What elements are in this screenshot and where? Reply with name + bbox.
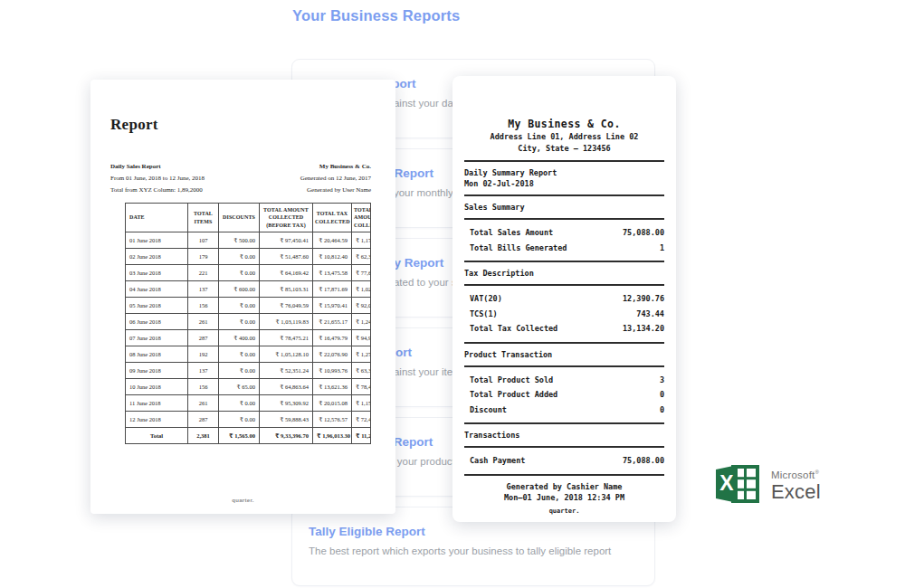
table-cell: ₹ 600.00: [219, 281, 260, 298]
receipt-row-value: 3: [660, 373, 664, 388]
table-cell: 156: [188, 298, 219, 314]
table-cell: ₹ 0.00: [219, 412, 260, 428]
table-cell: 06 June 2018: [126, 314, 188, 330]
receipt-row-value: 12,390.76: [623, 291, 664, 307]
table-cell: 08 June 2018: [126, 346, 188, 363]
receipt-divider: [464, 422, 664, 424]
receipt-row: Cash Payment75,088.00: [464, 453, 664, 469]
document-report-name: Daily Sales Report: [110, 161, 205, 173]
table-cell: 137: [188, 281, 219, 298]
table-row: 07 June 2018287₹ 400.00₹ 78,475.21₹ 16,4…: [126, 330, 371, 346]
receipt-divider: [464, 365, 664, 367]
table-cell: ₹ 65.00: [219, 379, 260, 395]
table-cell: ₹ 72,465.00: [352, 412, 371, 428]
receipt-divider: [464, 261, 664, 262]
table-row: 05 June 2018156₹ 0.00₹ 76,049.59₹ 15,970…: [126, 298, 371, 314]
table-cell: 137: [188, 363, 219, 379]
receipt-row: Total Tax Collected13,134.20: [464, 321, 664, 337]
receipt-section-header: Product Transaction: [464, 349, 664, 360]
report-card-title[interactable]: Tally Eligible Report: [309, 525, 638, 538]
receipt-row-label: Total Tax Collected: [470, 321, 557, 337]
document-generated-by: Generated by User Name: [300, 185, 371, 196]
receipt-sections: Sales SummaryTotal Sales Amount75,088.00…: [464, 194, 664, 469]
table-cell: ₹ 20,464.59: [313, 232, 352, 249]
table-cell: ₹ 0.00: [219, 346, 260, 363]
receipt-city-line: City, State – 123456: [464, 143, 664, 155]
table-row: 06 June 2018261₹ 0.00₹ 1,03,119.83₹ 21,6…: [126, 314, 371, 330]
table-cell: 07 June 2018: [126, 330, 188, 346]
table-header-cell: TOTAL AMOUNT COLLECTED: [352, 204, 371, 232]
table-header-cell: DATE: [126, 204, 188, 232]
document-meta-left: Daily Sales Report From 01 June, 2018 to…: [110, 161, 205, 196]
receipt-row: Total Sales Amount75,088.00: [464, 225, 664, 241]
receipt-row-label: TCS(1): [470, 307, 498, 322]
table-cell: ₹ 17,871.69: [313, 281, 352, 298]
table-row: 04 June 2018137₹ 600.00₹ 85,103.31₹ 17,8…: [126, 281, 371, 298]
document-date-range: From 01 June, 2018 to 12 June, 2018: [110, 173, 205, 185]
table-cell: ₹ 1,24,775.00: [352, 314, 371, 330]
table-cell: ₹ 1,565.00: [219, 428, 260, 444]
table-cell: 04 June 2018: [126, 281, 188, 298]
table-row: 09 June 2018137₹ 0.00₹ 52,351.24₹ 10,993…: [126, 363, 371, 379]
receipt-row-label: Total Bills Generated: [470, 241, 567, 256]
table-cell: 221: [188, 265, 219, 281]
receipt-divider: [464, 342, 664, 344]
receipt-address-line: Address Line 01, Address Line 02: [464, 131, 664, 143]
page: Your Business Reports Daily Sales Report…: [0, 0, 905, 588]
receipt-row: TCS(1)743.44: [464, 307, 664, 322]
receipt-row-value: 0: [660, 403, 664, 418]
table-cell: ₹ 9,33,396.70: [260, 428, 313, 444]
table-cell: 192: [188, 346, 219, 363]
table-cell: ₹ 22,076.90: [313, 346, 352, 363]
receipt-row-value: 0: [660, 387, 664, 403]
table-cell: ₹ 10,812.40: [313, 249, 352, 265]
table-cell: ₹ 76,049.59: [260, 298, 313, 314]
table-total-row: Total2,381₹ 1,565.00₹ 9,33,396.70₹ 1,96,…: [126, 428, 371, 444]
table-row: 03 June 2018221₹ 0.00₹ 64,169.42₹ 13,475…: [126, 265, 371, 281]
table-cell: ₹ 16,479.79: [313, 330, 352, 346]
receipt-section-header: Transactions: [464, 430, 664, 441]
table-cell: ₹ 52,351.24: [260, 363, 313, 379]
table-cell: ₹ 85,103.31: [260, 281, 313, 298]
receipt-row-label: Total Product Added: [470, 387, 557, 403]
table-cell: ₹ 64,169.42: [260, 265, 313, 281]
table-cell: ₹ 78,485.00: [352, 379, 371, 395]
receipt-divider: [464, 474, 664, 476]
receipt-row-value: 743.44: [636, 307, 664, 322]
table-cell: 11 June 2018: [126, 395, 188, 412]
table-cell: ₹ 63,345.00: [352, 363, 371, 379]
table-cell: ₹ 0.00: [219, 298, 260, 314]
excel-brand-text: Microsoft®: [771, 469, 821, 480]
table-cell: ₹ 94,955.00: [352, 330, 371, 346]
table-cell: ₹ 1,02,975.00: [352, 281, 371, 298]
receipt-section-header: Sales Summary: [464, 202, 664, 213]
receipt-row-label: Cash Payment: [470, 453, 525, 469]
table-cell: 107: [188, 232, 219, 249]
receipt-row-label: VAT(20): [470, 291, 502, 307]
table-cell: 01 June 2018: [126, 232, 188, 249]
receipt-row: Total Product Added0: [464, 387, 664, 403]
table-row: 10 June 2018156₹ 65.00₹ 64,863.64₹ 13,62…: [126, 379, 371, 395]
table-cell: ₹ 500.00: [219, 232, 260, 249]
receipt-section-header: Tax Description: [464, 268, 664, 279]
table-cell: 179: [188, 249, 219, 265]
table-cell: ₹ 1,17,915.00: [352, 232, 371, 249]
table-cell: ₹ 21,655.17: [313, 314, 352, 330]
table-header-cell: TOTAL ITEMS: [188, 204, 219, 232]
receipt-row-label: Total Product Sold: [470, 373, 553, 388]
receipt-row: Total Bills Generated1: [464, 241, 664, 256]
receipt-row: VAT(20)12,390.76: [464, 291, 664, 307]
excel-badge: X Microsoft® Excel: [713, 460, 821, 512]
receipt-footer-timestamp: Mon–01 June, 2018 12:34 PM: [464, 492, 664, 503]
receipt-document: My Business & Co. Address Line 01, Addre…: [452, 76, 676, 522]
table-cell: ₹ 400.00: [219, 330, 260, 346]
table-cell: 261: [188, 314, 219, 330]
table-cell: ₹ 13,475.58: [313, 265, 352, 281]
table-cell: 10 June 2018: [126, 379, 188, 395]
table-cell: ₹ 1,27,205.00: [352, 346, 371, 363]
table-cell: 287: [188, 330, 219, 346]
sales-report-document: Report Daily Sales Report From 01 June, …: [90, 80, 395, 514]
table-row: 11 June 2018261₹ 0.00₹ 95,309.92₹ 20,015…: [126, 395, 371, 412]
table-cell: 261: [188, 395, 219, 412]
receipt-row-value: 1: [660, 241, 664, 256]
